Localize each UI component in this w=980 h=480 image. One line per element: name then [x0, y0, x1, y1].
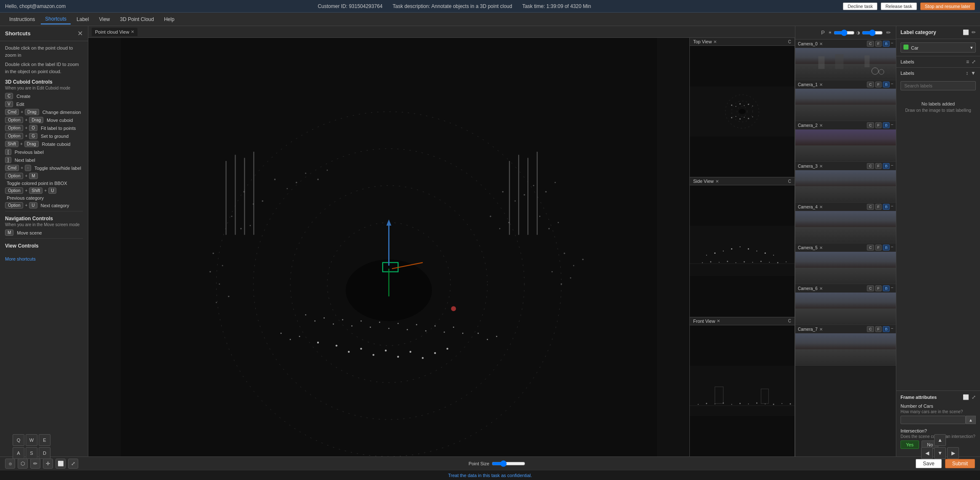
- brightness-slider[interactable]: [834, 29, 855, 36]
- label-edit: Edit: [16, 102, 24, 107]
- tool-pencil[interactable]: ✏: [30, 459, 40, 469]
- camera-0-close[interactable]: ✕: [819, 42, 823, 46]
- camera-3-minimize-icon[interactable]: −: [891, 163, 893, 169]
- camera-3-f-btn[interactable]: F: [875, 163, 882, 169]
- labels-options-icon[interactable]: ▼: [971, 70, 976, 76]
- tool-move[interactable]: ✛: [43, 459, 53, 469]
- nav-controls-title: Navigation Controls: [5, 216, 83, 222]
- camera-1-minimize-icon[interactable]: −: [891, 82, 893, 87]
- labels-sort-icon[interactable]: ↕: [966, 70, 968, 76]
- labels-expand-icon[interactable]: ⤢: [972, 59, 976, 65]
- task-description: Task description: Annotate objects in a …: [393, 3, 512, 9]
- camera-0-f-btn[interactable]: F: [875, 41, 882, 47]
- num-cars-stepper-up[interactable]: ▲: [966, 416, 976, 424]
- camera-1-c-btn[interactable]: C: [867, 82, 874, 87]
- sidebar-close-button[interactable]: ✕: [77, 29, 83, 37]
- stop-resume-button[interactable]: Stop and resume later: [920, 3, 975, 10]
- camera-6-minimize-icon[interactable]: −: [891, 285, 893, 291]
- camera-0-minimize-icon[interactable]: −: [891, 41, 893, 47]
- camera-7-f-btn[interactable]: F: [875, 326, 882, 332]
- nav-view[interactable]: View: [95, 15, 114, 24]
- camera-6-f-btn[interactable]: F: [875, 285, 882, 291]
- camera-1-f-btn[interactable]: F: [875, 82, 882, 87]
- label-cat-icon-2[interactable]: ✏: [972, 29, 976, 35]
- camera-6-c-btn[interactable]: C: [867, 285, 874, 291]
- camera-2-f-btn[interactable]: F: [875, 122, 882, 128]
- labels-filter-icon[interactable]: ≡: [966, 59, 969, 65]
- frame-attr-expand-icon[interactable]: ⤢: [972, 394, 976, 400]
- top-view-expand-icon[interactable]: C: [788, 40, 791, 44]
- camera-4-close[interactable]: ✕: [819, 205, 823, 209]
- side-view-close[interactable]: ✕: [715, 179, 719, 184]
- camera-3-close[interactable]: ✕: [819, 164, 823, 169]
- search-labels-input[interactable]: [901, 81, 976, 90]
- point-cloud-canvas[interactable]: ▲ ◀ ▼ ▶ Q: [88, 38, 689, 456]
- camera-edit-icon[interactable]: ✏: [885, 29, 893, 37]
- top-view-canvas[interactable]: [690, 46, 795, 177]
- save-button[interactable]: Save: [916, 459, 941, 468]
- tool-polygon[interactable]: ⬡: [18, 459, 28, 469]
- camera-toolbar-icon-1[interactable]: P: [819, 29, 826, 37]
- label-category-dropdown[interactable]: Car ▾: [901, 42, 976, 53]
- svg-point-50: [388, 328, 389, 329]
- camera-5-minimize-icon[interactable]: −: [891, 245, 893, 251]
- front-view-close[interactable]: ✕: [717, 319, 720, 323]
- camera-6-b-btn[interactable]: B: [883, 285, 890, 291]
- yes-button[interactable]: Yes: [901, 440, 919, 449]
- label-fit-label: Fit label to points: [41, 126, 76, 131]
- side-view-canvas[interactable]: [690, 185, 795, 316]
- camera-5-c-btn[interactable]: C: [867, 245, 874, 251]
- camera-4-c-btn[interactable]: C: [867, 204, 874, 210]
- intersection-label: Intersection?: [901, 428, 976, 433]
- camera-4-b-btn[interactable]: B: [883, 204, 890, 210]
- camera-0-b-btn[interactable]: B: [883, 41, 890, 47]
- svg-point-128: [786, 261, 787, 262]
- camera-4-minimize-icon[interactable]: −: [891, 204, 893, 210]
- nav-shortcuts[interactable]: Shortcuts: [41, 14, 71, 24]
- camera-0-title-container: Camera_0 ✕: [798, 42, 823, 46]
- point-cloud-main: ▲ ◀ ▼ ▶ Q: [88, 38, 690, 456]
- point-size-slider[interactable]: [492, 460, 525, 467]
- front-view-expand-icon[interactable]: C: [788, 319, 791, 323]
- side-view-expand-icon[interactable]: C: [788, 179, 791, 184]
- camera-2-close[interactable]: ✕: [819, 123, 823, 128]
- camera-2-b-btn[interactable]: B: [883, 122, 890, 128]
- contrast-slider[interactable]: [862, 29, 883, 36]
- nav-instructions[interactable]: Instructions: [5, 15, 39, 24]
- num-cars-input[interactable]: [901, 416, 966, 424]
- camera-1-b-btn[interactable]: B: [883, 82, 890, 87]
- nav-label[interactable]: Label: [72, 15, 93, 24]
- camera-6-close[interactable]: ✕: [819, 286, 823, 291]
- camera-5-close[interactable]: ✕: [819, 245, 823, 250]
- submit-button[interactable]: Submit: [945, 459, 975, 468]
- nav-3dpc[interactable]: 3D Point Cloud: [116, 15, 158, 24]
- frame-attr-collapse-icon[interactable]: ⬜: [963, 394, 969, 400]
- camera-1-close[interactable]: ✕: [819, 82, 823, 87]
- tool-expand[interactable]: ⤢: [68, 459, 78, 469]
- tool-lasso[interactable]: ⌾: [5, 459, 15, 469]
- camera-7-b-btn[interactable]: B: [883, 326, 890, 332]
- camera-3-b-btn[interactable]: B: [883, 163, 890, 169]
- front-view-canvas[interactable]: [690, 325, 795, 456]
- more-shortcuts-link[interactable]: More shortcuts: [0, 253, 88, 265]
- top-view-close[interactable]: ✕: [713, 40, 717, 44]
- camera-2-minimize-icon[interactable]: −: [891, 122, 893, 128]
- decline-task-button[interactable]: Decline task: [843, 3, 877, 10]
- point-cloud-tab-close[interactable]: ✕: [131, 29, 134, 34]
- release-task-button[interactable]: Release task: [881, 3, 917, 10]
- camera-0-c-btn[interactable]: C: [867, 41, 874, 47]
- label-next-label: Next label: [15, 158, 35, 163]
- svg-point-127: [777, 262, 779, 264]
- label-cat-icon-1[interactable]: ⬜: [963, 29, 969, 35]
- tool-select[interactable]: ⬜: [56, 459, 66, 469]
- camera-7-close[interactable]: ✕: [819, 327, 823, 332]
- camera-7-c-btn[interactable]: C: [867, 326, 874, 332]
- camera-3-c-btn[interactable]: C: [867, 163, 874, 169]
- camera-5-f-btn[interactable]: F: [875, 245, 882, 251]
- camera-4-f-btn[interactable]: F: [875, 204, 882, 210]
- camera-5-b-btn[interactable]: B: [883, 245, 890, 251]
- point-cloud-tab[interactable]: Point cloud View ✕: [92, 28, 138, 36]
- camera-2-c-btn[interactable]: C: [867, 122, 874, 128]
- camera-7-minimize-icon[interactable]: −: [891, 326, 893, 332]
- nav-help[interactable]: Help: [160, 15, 179, 24]
